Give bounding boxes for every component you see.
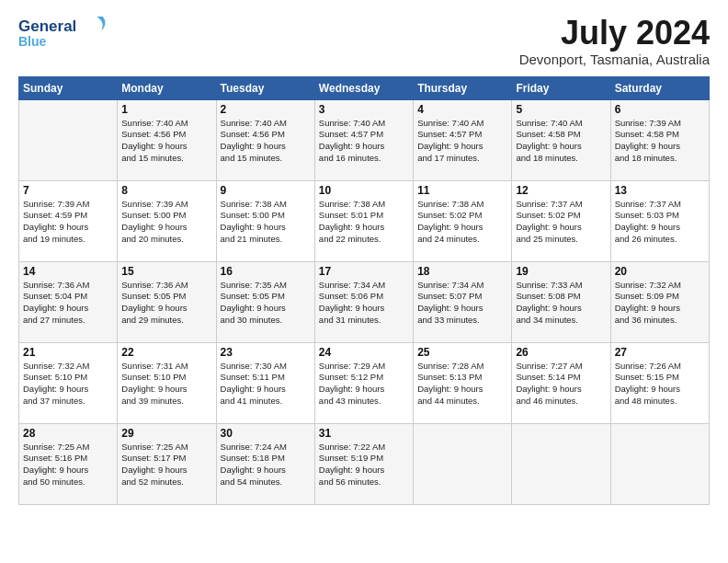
- table-row: 28Sunrise: 7:25 AM Sunset: 5:16 PM Dayli…: [19, 423, 118, 504]
- calendar-week-row: 1Sunrise: 7:40 AM Sunset: 4:56 PM Daylig…: [19, 99, 710, 180]
- day-number: 5: [516, 103, 606, 116]
- cell-daylight-info: Sunrise: 7:40 AM Sunset: 4:56 PM Dayligh…: [121, 118, 211, 165]
- day-number: 25: [417, 346, 507, 359]
- cell-daylight-info: Sunrise: 7:38 AM Sunset: 5:01 PM Dayligh…: [319, 199, 409, 246]
- day-number: 11: [417, 184, 507, 197]
- day-number: 30: [221, 427, 311, 440]
- cell-daylight-info: Sunrise: 7:34 AM Sunset: 5:07 PM Dayligh…: [417, 280, 507, 327]
- calendar-week-row: 7Sunrise: 7:39 AM Sunset: 4:59 PM Daylig…: [19, 180, 710, 261]
- title-block: July 2024 Devonport, Tasmania, Australia: [519, 15, 710, 67]
- page-location: Devonport, Tasmania, Australia: [519, 52, 710, 67]
- cell-daylight-info: Sunrise: 7:40 AM Sunset: 4:56 PM Dayligh…: [221, 118, 311, 165]
- cell-daylight-info: Sunrise: 7:35 AM Sunset: 5:05 PM Dayligh…: [221, 280, 311, 327]
- table-row: 10Sunrise: 7:38 AM Sunset: 5:01 PM Dayli…: [314, 180, 413, 261]
- cell-daylight-info: Sunrise: 7:31 AM Sunset: 5:10 PM Dayligh…: [121, 361, 211, 408]
- col-wednesday: Wednesday: [314, 76, 413, 99]
- day-number: 23: [221, 346, 311, 359]
- cell-daylight-info: Sunrise: 7:38 AM Sunset: 5:00 PM Dayligh…: [221, 199, 311, 246]
- cell-daylight-info: Sunrise: 7:34 AM Sunset: 5:06 PM Dayligh…: [319, 280, 409, 327]
- col-thursday: Thursday: [414, 76, 512, 99]
- cell-daylight-info: Sunrise: 7:38 AM Sunset: 5:02 PM Dayligh…: [417, 199, 507, 246]
- table-row: 18Sunrise: 7:34 AM Sunset: 5:07 PM Dayli…: [414, 261, 512, 342]
- cell-daylight-info: Sunrise: 7:37 AM Sunset: 5:03 PM Dayligh…: [615, 199, 705, 246]
- cell-daylight-info: Sunrise: 7:39 AM Sunset: 4:59 PM Dayligh…: [23, 199, 113, 246]
- table-row: [19, 99, 118, 180]
- table-row: 29Sunrise: 7:25 AM Sunset: 5:17 PM Dayli…: [118, 423, 216, 504]
- day-number: 7: [23, 184, 113, 197]
- col-friday: Friday: [512, 76, 610, 99]
- svg-text:General: General: [18, 17, 76, 35]
- table-row: 6Sunrise: 7:39 AM Sunset: 4:58 PM Daylig…: [610, 99, 709, 180]
- cell-daylight-info: Sunrise: 7:36 AM Sunset: 5:04 PM Dayligh…: [23, 280, 113, 327]
- calendar-week-row: 21Sunrise: 7:32 AM Sunset: 5:10 PM Dayli…: [19, 342, 710, 423]
- day-number: 17: [319, 265, 409, 278]
- cell-daylight-info: Sunrise: 7:27 AM Sunset: 5:14 PM Dayligh…: [516, 361, 606, 408]
- day-number: 24: [319, 346, 409, 359]
- cell-daylight-info: Sunrise: 7:39 AM Sunset: 4:58 PM Dayligh…: [615, 118, 705, 165]
- table-row: 19Sunrise: 7:33 AM Sunset: 5:08 PM Dayli…: [512, 261, 610, 342]
- cell-daylight-info: Sunrise: 7:40 AM Sunset: 4:57 PM Dayligh…: [319, 118, 409, 165]
- table-row: 8Sunrise: 7:39 AM Sunset: 5:00 PM Daylig…: [118, 180, 216, 261]
- day-number: 28: [23, 427, 113, 440]
- table-row: 2Sunrise: 7:40 AM Sunset: 4:56 PM Daylig…: [216, 99, 314, 180]
- cell-daylight-info: Sunrise: 7:25 AM Sunset: 5:16 PM Dayligh…: [23, 442, 113, 488]
- table-row: 22Sunrise: 7:31 AM Sunset: 5:10 PM Dayli…: [118, 342, 216, 423]
- table-row: 3Sunrise: 7:40 AM Sunset: 4:57 PM Daylig…: [314, 99, 413, 180]
- table-row: 15Sunrise: 7:36 AM Sunset: 5:05 PM Dayli…: [118, 261, 216, 342]
- table-row: [414, 423, 512, 504]
- table-row: 16Sunrise: 7:35 AM Sunset: 5:05 PM Dayli…: [216, 261, 314, 342]
- day-number: 21: [23, 346, 113, 359]
- logo: General Blue: [18, 15, 110, 50]
- table-row: 14Sunrise: 7:36 AM Sunset: 5:04 PM Dayli…: [19, 261, 118, 342]
- table-row: 11Sunrise: 7:38 AM Sunset: 5:02 PM Dayli…: [414, 180, 512, 261]
- table-row: [512, 423, 610, 504]
- cell-daylight-info: Sunrise: 7:33 AM Sunset: 5:08 PM Dayligh…: [516, 280, 606, 327]
- table-row: 23Sunrise: 7:30 AM Sunset: 5:11 PM Dayli…: [216, 342, 314, 423]
- day-number: 12: [516, 184, 606, 197]
- cell-daylight-info: Sunrise: 7:25 AM Sunset: 5:17 PM Dayligh…: [121, 442, 211, 488]
- cell-daylight-info: Sunrise: 7:32 AM Sunset: 5:10 PM Dayligh…: [23, 361, 113, 408]
- cell-daylight-info: Sunrise: 7:39 AM Sunset: 5:00 PM Dayligh…: [121, 199, 211, 246]
- day-number: 4: [417, 103, 507, 116]
- cell-daylight-info: Sunrise: 7:32 AM Sunset: 5:09 PM Dayligh…: [615, 280, 705, 327]
- day-number: 18: [417, 265, 507, 278]
- header: General Blue July 2024 Devonport, Tasman…: [18, 15, 710, 67]
- day-number: 27: [615, 346, 705, 359]
- col-monday: Monday: [118, 76, 216, 99]
- logo-svg: General Blue: [18, 15, 110, 50]
- table-row: [610, 423, 709, 504]
- cell-daylight-info: Sunrise: 7:30 AM Sunset: 5:11 PM Dayligh…: [221, 361, 311, 408]
- cell-daylight-info: Sunrise: 7:26 AM Sunset: 5:15 PM Dayligh…: [615, 361, 705, 408]
- table-row: 31Sunrise: 7:22 AM Sunset: 5:19 PM Dayli…: [314, 423, 413, 504]
- day-number: 6: [615, 103, 705, 116]
- day-number: 10: [319, 184, 409, 197]
- calendar-header-row: Sunday Monday Tuesday Wednesday Thursday…: [19, 76, 710, 99]
- table-row: 27Sunrise: 7:26 AM Sunset: 5:15 PM Dayli…: [610, 342, 709, 423]
- cell-daylight-info: Sunrise: 7:36 AM Sunset: 5:05 PM Dayligh…: [121, 280, 211, 327]
- cell-daylight-info: Sunrise: 7:24 AM Sunset: 5:18 PM Dayligh…: [221, 442, 311, 488]
- day-number: 31: [319, 427, 409, 440]
- day-number: 22: [121, 346, 211, 359]
- table-row: 25Sunrise: 7:28 AM Sunset: 5:13 PM Dayli…: [414, 342, 512, 423]
- table-row: 30Sunrise: 7:24 AM Sunset: 5:18 PM Dayli…: [216, 423, 314, 504]
- cell-daylight-info: Sunrise: 7:28 AM Sunset: 5:13 PM Dayligh…: [417, 361, 507, 408]
- table-row: 13Sunrise: 7:37 AM Sunset: 5:03 PM Dayli…: [610, 180, 709, 261]
- svg-text:Blue: Blue: [18, 34, 47, 49]
- col-tuesday: Tuesday: [216, 76, 314, 99]
- table-row: 4Sunrise: 7:40 AM Sunset: 4:57 PM Daylig…: [414, 99, 512, 180]
- table-row: 20Sunrise: 7:32 AM Sunset: 5:09 PM Dayli…: [610, 261, 709, 342]
- cell-daylight-info: Sunrise: 7:40 AM Sunset: 4:58 PM Dayligh…: [516, 118, 606, 165]
- day-number: 29: [121, 427, 211, 440]
- cell-daylight-info: Sunrise: 7:22 AM Sunset: 5:19 PM Dayligh…: [319, 442, 409, 488]
- table-row: 5Sunrise: 7:40 AM Sunset: 4:58 PM Daylig…: [512, 99, 610, 180]
- table-row: 26Sunrise: 7:27 AM Sunset: 5:14 PM Dayli…: [512, 342, 610, 423]
- cell-daylight-info: Sunrise: 7:29 AM Sunset: 5:12 PM Dayligh…: [319, 361, 409, 408]
- col-saturday: Saturday: [610, 76, 709, 99]
- day-number: 2: [221, 103, 311, 116]
- day-number: 3: [319, 103, 409, 116]
- table-row: 24Sunrise: 7:29 AM Sunset: 5:12 PM Dayli…: [314, 342, 413, 423]
- day-number: 9: [221, 184, 311, 197]
- day-number: 26: [516, 346, 606, 359]
- table-row: 7Sunrise: 7:39 AM Sunset: 4:59 PM Daylig…: [19, 180, 118, 261]
- day-number: 1: [121, 103, 211, 116]
